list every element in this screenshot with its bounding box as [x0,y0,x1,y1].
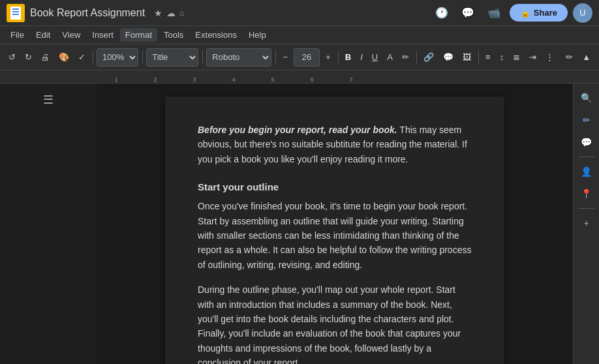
more-options-button[interactable]: ⋮ [542,48,557,67]
doc-title: Book Report Assignment [30,7,145,19]
menu-item-extensions[interactable]: Extensions [190,28,242,42]
edit-icon[interactable]: ✏ [577,111,596,129]
cloud-icon[interactable]: ☁ [166,8,176,18]
maps-icon[interactable]: 📍 [577,185,596,203]
ruler-mark-1: 1 [97,76,136,83]
ruler-mark-3: 3 [175,76,214,83]
meet-icon[interactable]: ⌂ [179,8,184,18]
italic-button[interactable]: I [357,48,366,67]
ruler-mark-5: 5 [253,76,292,83]
menu-item-file[interactable]: File [5,28,29,42]
expand-button[interactable]: ▲ [579,48,594,67]
right-divider [579,157,594,157]
title-bar-right: 🕐 💬 📹 🔒 Share U [431,3,592,23]
sidebar-comment-icon[interactable]: 💬 [577,133,596,151]
doc-area[interactable]: Before you begin your report, read your … [97,83,573,364]
zoom-select[interactable]: 100% 75% 150% [97,48,138,67]
lock-icon: 🔒 [520,8,530,18]
menu-item-tools[interactable]: Tools [159,28,189,42]
share-button[interactable]: 🔒 Share [510,4,568,22]
font-decrease-button[interactable]: − [279,48,291,67]
image-button[interactable]: 🖼 [459,48,474,67]
highlight-button[interactable]: ✏ [399,48,412,67]
print-button[interactable]: 🖨 [38,48,53,67]
star-icon[interactable]: ★ [154,8,162,18]
video-icon[interactable]: 📹 [484,3,504,23]
person-icon[interactable]: 👤 [577,162,596,181]
add-icon[interactable]: + [577,214,596,232]
style-select[interactable]: Title Normal Heading 1 [146,48,198,67]
align-button[interactable]: ≡ [482,48,494,67]
text-color-button[interactable]: A [384,48,396,67]
bold-button[interactable]: B [342,48,354,67]
outline-phase-body: During the outline phase, you'll map out… [198,282,472,364]
comment-icon[interactable]: 💬 [457,3,478,23]
link-button[interactable]: 🔗 [420,48,437,67]
menu-item-insert[interactable]: Insert [87,28,119,42]
right-sidebar: 🔍 ✏ 💬 👤 📍 + [573,83,599,364]
intro-bold-text: Before you begin your report, read your … [198,125,397,135]
menu-bar: File Edit View Insert Format Tools Exten… [0,26,599,44]
menu-item-view[interactable]: View [57,28,85,42]
menu-item-format[interactable]: Format [120,28,157,42]
outline-heading: Start your outline [198,179,472,195]
ruler-mark-2: 2 [136,76,175,83]
share-label: Share [534,8,557,18]
explore-icon[interactable]: 🔍 [577,89,596,107]
ruler-mark-4: 4 [214,76,253,83]
title-icons: ★ ☁ ⌂ [154,8,184,18]
underline-button[interactable]: U [369,48,381,67]
outline-icon[interactable]: ☰ [40,90,56,110]
pen-mode-button[interactable]: ✏ [562,48,576,67]
app-logo [7,4,25,22]
left-sidebar: ☰ [0,83,97,364]
ruler-mark-7: 7 [331,76,371,83]
line-spacing-button[interactable]: ↕ [497,48,508,67]
toolbar: ↺ ↻ 🖨 🎨 ✓ 100% 75% 150% Title Normal Hea… [0,44,599,70]
menu-item-help[interactable]: Help [243,28,271,42]
spell-button[interactable]: ✓ [75,48,89,67]
history-icon[interactable]: 🕐 [431,3,452,23]
comment-button[interactable]: 💬 [440,48,457,67]
paint-button[interactable]: 🎨 [55,48,72,67]
ruler-mark-6: 6 [292,76,331,83]
ruler: 1 2 3 4 5 6 7 [0,70,599,83]
outline-body: Once you've finished your book, it's tim… [198,199,472,272]
font-increase-button[interactable]: + [322,48,334,67]
avatar[interactable]: U [573,3,592,23]
font-size-input[interactable] [294,48,320,67]
doc-page: Before you begin your report, read your … [165,97,504,364]
main-area: ☰ Before you begin your report, read you… [0,83,599,364]
undo-button[interactable]: ↺ [5,48,19,67]
indent-button[interactable]: ⇥ [526,48,540,67]
font-select[interactable]: Roboto Arial Times New Roman [206,48,271,67]
menu-item-edit[interactable]: Edit [31,28,55,42]
redo-button[interactable]: ↻ [22,48,35,67]
right-divider-2 [579,208,594,209]
paragraph-intro: Before you begin your report, read your … [198,123,472,166]
title-bar: Book Report Assignment ★ ☁ ⌂ 🕐 💬 📹 🔒 Sha… [0,0,599,26]
list-button[interactable]: ≣ [510,48,523,67]
